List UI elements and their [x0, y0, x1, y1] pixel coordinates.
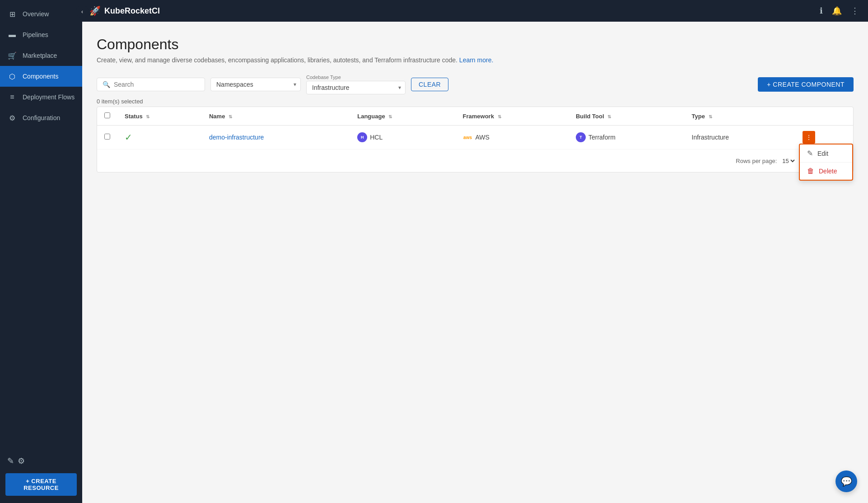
terraform-icon: T: [576, 132, 586, 142]
configuration-icon: ⚙: [7, 113, 17, 123]
page-title: Components: [97, 36, 854, 53]
rows-per-page-select[interactable]: 15: [780, 157, 796, 165]
sidebar-bottom: ✎ ⚙: [0, 449, 82, 473]
context-menu-edit[interactable]: ✎ Edit: [800, 144, 852, 163]
context-menu-delete[interactable]: 🗑 Delete: [800, 163, 852, 180]
sidebar-nav: ⊞ Overview ▬ Pipelines 🛒 Marketplace ⬡ C…: [0, 0, 82, 449]
th-status[interactable]: Status ⇅: [117, 107, 202, 126]
table-row: ✓ demo-infrastructure H HCL: [97, 126, 853, 149]
namespace-select[interactable]: Namespaces: [210, 78, 301, 91]
codebase-type-select[interactable]: Infrastructure: [306, 81, 406, 94]
components-icon: ⬡: [7, 71, 17, 81]
edit-pencil-icon: ✎: [807, 149, 813, 158]
th-type[interactable]: Type ⇅: [685, 107, 795, 126]
sidebar-item-pipelines[interactable]: ▬ Pipelines: [0, 24, 82, 45]
table-container: Status ⇅ Name ⇅ Language ⇅ Framework: [97, 107, 854, 172]
hcl-icon: H: [357, 132, 367, 142]
sort-icon-name: ⇅: [229, 114, 232, 119]
logo-icon: 🚀: [89, 5, 101, 16]
td-status: ✓: [117, 126, 202, 149]
main-content: 🚀 KubeRocketCI ℹ 🔔 ⋮ Components Create, …: [82, 0, 868, 503]
rows-per-page-label: Rows per page:: [736, 158, 777, 164]
codebase-type-select-wrapper: Infrastructure: [306, 81, 406, 94]
td-build-tool: T Terraform: [569, 126, 685, 149]
sort-icon-framework: ⇅: [498, 114, 501, 119]
app-logo: 🚀 KubeRocketCI: [89, 5, 160, 16]
more-icon[interactable]: ⋮: [849, 4, 861, 18]
search-input[interactable]: [114, 81, 199, 88]
th-build-tool[interactable]: Build Tool ⇅: [569, 107, 685, 126]
sort-icon-type: ⇅: [709, 114, 712, 119]
clear-button[interactable]: CLEAR: [411, 78, 448, 91]
select-all-checkbox[interactable]: [104, 112, 110, 118]
sidebar-toggle[interactable]: ‹: [76, 5, 89, 18]
app-name: KubeRocketCI: [104, 6, 160, 16]
delete-trash-icon: 🗑: [807, 167, 814, 175]
sidebar-item-label: Marketplace: [23, 52, 57, 59]
deployment-flows-icon: ≡: [7, 92, 17, 102]
page-content: Components Create, view, and manage dive…: [82, 22, 868, 503]
sidebar-item-components[interactable]: ⬡ Components: [0, 66, 82, 87]
learn-more-link[interactable]: Learn more.: [459, 56, 493, 64]
th-name[interactable]: Name ⇅: [202, 107, 350, 126]
chat-icon: 💬: [841, 476, 852, 487]
edit-icon[interactable]: ✎: [7, 456, 14, 466]
td-name: demo-infrastructure: [202, 126, 350, 149]
sort-icon-status: ⇅: [146, 114, 149, 119]
td-actions: ⋮ ✎ Edit 🗑 Delete: [795, 126, 853, 149]
sidebar-item-label: Deployment Flows: [23, 93, 75, 101]
th-language[interactable]: Language ⇅: [350, 107, 455, 126]
pipelines-icon: ▬: [7, 30, 17, 40]
overview-icon: ⊞: [7, 9, 17, 19]
context-menu: ✎ Edit 🗑 Delete: [799, 144, 853, 181]
sort-icon-language: ⇅: [388, 114, 392, 119]
td-framework: aws AWS: [456, 126, 569, 149]
td-type: Infrastructure: [685, 126, 795, 149]
table-header-row: Status ⇅ Name ⇅ Language ⇅ Framework: [97, 107, 853, 126]
pagination: Rows per page: 15 1–1 of 1 ‹ ›: [97, 149, 853, 172]
create-resource-button[interactable]: + CREATE RESOURCE: [5, 473, 77, 496]
sidebar-item-deployment-flows[interactable]: ≡ Deployment Flows: [0, 87, 82, 107]
sort-icon-build-tool: ⇅: [607, 114, 611, 119]
app-header: 🚀 KubeRocketCI ℹ 🔔 ⋮: [82, 0, 868, 22]
search-icon: 🔍: [103, 81, 110, 88]
create-component-button[interactable]: + CREATE COMPONENT: [758, 77, 854, 92]
info-icon[interactable]: ℹ: [818, 4, 825, 18]
chat-fab-button[interactable]: 💬: [835, 470, 857, 492]
codebase-type-wrapper: Codebase Type Infrastructure: [306, 75, 406, 94]
bell-icon[interactable]: 🔔: [830, 4, 844, 18]
framework-badge: aws AWS: [463, 132, 490, 142]
status-ok-icon: ✓: [125, 132, 132, 142]
td-checkbox: [97, 126, 117, 149]
sidebar-item-configuration[interactable]: ⚙ Configuration: [0, 107, 82, 128]
codebase-type-label: Codebase Type: [306, 75, 406, 80]
components-table: Status ⇅ Name ⇅ Language ⇅ Framework: [97, 107, 853, 149]
sidebar-item-label: Overview: [23, 10, 49, 18]
sidebar-item-marketplace[interactable]: 🛒 Marketplace: [0, 45, 82, 66]
edit-label: Edit: [817, 150, 828, 157]
marketplace-icon: 🛒: [7, 51, 17, 61]
language-badge: H HCL: [357, 132, 383, 142]
selected-count: 0 item(s) selected: [97, 98, 854, 105]
th-actions: [795, 107, 853, 126]
sidebar-item-overview[interactable]: ⊞ Overview: [0, 4, 82, 24]
row-action-button[interactable]: ⋮: [803, 131, 815, 144]
rows-per-page: Rows per page: 15: [736, 157, 796, 165]
settings-icon[interactable]: ⚙: [18, 456, 25, 466]
th-framework[interactable]: Framework ⇅: [456, 107, 569, 126]
page-description: Create, view, and manage diverse codebas…: [97, 56, 854, 64]
toolbar: 🔍 Namespaces Codebase Type Infrastructur…: [97, 75, 854, 94]
build-tool-badge: T Terraform: [576, 132, 616, 142]
th-checkbox: [97, 107, 117, 126]
sidebar-item-label: Configuration: [23, 114, 60, 121]
aws-icon: aws: [463, 132, 473, 142]
delete-label: Delete: [819, 168, 837, 175]
search-box: 🔍: [97, 78, 205, 91]
sidebar: ‹ ⊞ Overview ▬ Pipelines 🛒 Marketplace ⬡…: [0, 0, 82, 503]
namespace-select-wrapper: Namespaces: [210, 78, 301, 91]
sidebar-item-label: Pipelines: [23, 31, 48, 38]
sidebar-item-label: Components: [23, 73, 58, 80]
row-checkbox[interactable]: [104, 134, 110, 140]
component-name-link[interactable]: demo-infrastructure: [209, 134, 264, 141]
td-language: H HCL: [350, 126, 455, 149]
